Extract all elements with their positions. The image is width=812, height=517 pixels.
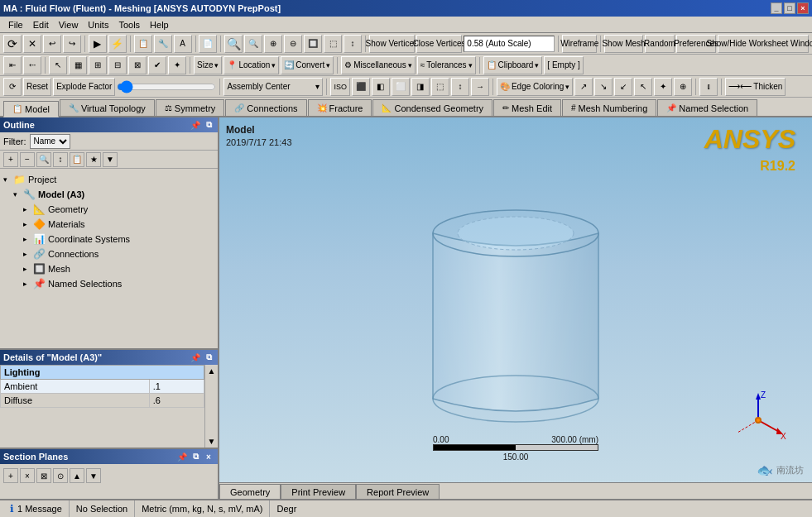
- named-sel-expand[interactable]: ▸: [23, 280, 33, 288]
- minimize-btn[interactable]: _: [771, 2, 782, 14]
- select-btn[interactable]: ▦: [69, 56, 87, 74]
- filter-select[interactable]: Name Type: [30, 134, 70, 149]
- outline-collapse-btn[interactable]: −: [20, 152, 35, 167]
- coloring-btn-6[interactable]: ⊕: [674, 78, 692, 96]
- tree-named-selections[interactable]: ▸ 📌 Named Selections: [3, 276, 214, 291]
- assembly-center-select[interactable]: Assembly Center ▾: [223, 78, 323, 96]
- icon-btn-8[interactable]: 🔧: [154, 35, 172, 53]
- show-mesh-btn[interactable]: Show Mesh: [604, 35, 643, 53]
- geometry-expand[interactable]: ▸: [23, 205, 33, 213]
- icon-btn-6[interactable]: ⚡: [108, 35, 127, 53]
- view-btn-5[interactable]: ⬚: [431, 78, 449, 96]
- view-btn-4[interactable]: ◨: [411, 78, 430, 96]
- coloring-btn-2[interactable]: ↘: [594, 78, 613, 96]
- menu-help[interactable]: Help: [145, 18, 174, 31]
- location-btn[interactable]: 📍 Location: [223, 56, 279, 74]
- mesh-expand[interactable]: ▸: [23, 265, 33, 273]
- coloring-btn-5[interactable]: ✦: [654, 78, 672, 96]
- empty-btn[interactable]: [ Empty ]: [544, 56, 583, 74]
- icon-btn-16[interactable]: ⬚: [324, 35, 342, 53]
- icon-btn-17[interactable]: ↕: [344, 35, 362, 53]
- icon-btn-14[interactable]: ⊖: [284, 35, 302, 53]
- show-vertices-btn[interactable]: Show Vertices: [369, 35, 415, 53]
- menu-tools[interactable]: Tools: [113, 18, 145, 31]
- thicken-btn[interactable]: ⟶⟵ Thicken: [725, 78, 786, 96]
- details-pin-btn[interactable]: 📌: [190, 352, 201, 363]
- view-btn-1[interactable]: ⬛: [352, 78, 370, 96]
- outline-copy-btn[interactable]: 📋: [70, 152, 84, 167]
- maximize-btn[interactable]: □: [784, 2, 795, 14]
- tab-geometry[interactable]: Geometry: [219, 484, 281, 499]
- section-planes-float-btn[interactable]: ⧉: [190, 451, 201, 462]
- icon-btn-10[interactable]: 📄: [199, 35, 217, 53]
- icon-btn-13[interactable]: ⊕: [264, 35, 282, 53]
- project-expand[interactable]: ▾: [3, 175, 13, 184]
- model-expand[interactable]: ▾: [13, 190, 23, 199]
- tab-condensed-geometry[interactable]: 📐 Condensed Geometry: [372, 99, 492, 116]
- coloring-btn-3[interactable]: ↙: [614, 78, 632, 96]
- reset-btn[interactable]: Reset: [23, 78, 51, 96]
- outline-expand-btn[interactable]: +: [3, 152, 18, 167]
- tab-model[interactable]: 📋 Model: [3, 101, 59, 117]
- icon-btn-9[interactable]: A: [174, 35, 192, 53]
- tree-geometry[interactable]: ▸ 📐 Geometry: [3, 202, 214, 217]
- size-btn[interactable]: Size: [194, 56, 222, 74]
- icon-btn-4[interactable]: ↪: [63, 35, 81, 53]
- convert-btn[interactable]: 🔄 Convert: [281, 56, 334, 74]
- menu-units[interactable]: Units: [83, 18, 113, 31]
- details-scroll-down[interactable]: ▼: [205, 435, 218, 448]
- section-up-btn[interactable]: ▲: [70, 468, 84, 483]
- icon-btn-11[interactable]: 🔍: [224, 35, 243, 53]
- tree-connections[interactable]: ▸ 🔗 Connections: [3, 247, 214, 261]
- icon-btn-5[interactable]: ▶: [89, 35, 107, 53]
- tree-mesh[interactable]: ▸ 🔲 Mesh: [3, 261, 214, 276]
- details-scroll-up[interactable]: ▲: [205, 365, 218, 377]
- tolerances-btn[interactable]: ≈ Tolerances: [417, 56, 476, 74]
- outline-sort-btn[interactable]: ↕: [53, 152, 68, 167]
- tab-named-selection[interactable]: 📌 Named Selection: [657, 99, 757, 116]
- btn-c[interactable]: ⊠: [128, 56, 147, 74]
- view-btn-2[interactable]: ◧: [372, 78, 390, 96]
- icon-btn-15[interactable]: 🔲: [304, 35, 322, 53]
- coloring-btn-1[interactable]: ↗: [574, 78, 593, 96]
- reset-icon-btn[interactable]: ⟳: [3, 78, 22, 96]
- view-btn-3[interactable]: ⬜: [392, 78, 410, 96]
- connections-expand[interactable]: ▸: [23, 250, 33, 258]
- icon-btn-7[interactable]: 📋: [134, 35, 152, 53]
- details-ambient-value[interactable]: .1: [149, 380, 204, 394]
- details-float-btn[interactable]: ⧉: [203, 352, 214, 363]
- tree-project[interactable]: ▾ 📁 Project: [3, 172, 214, 187]
- miscellaneous-btn[interactable]: ⚙ Miscellaneous: [341, 56, 415, 74]
- btn-e[interactable]: ✦: [168, 56, 186, 74]
- cursor-btn[interactable]: ↖: [49, 56, 67, 74]
- random-btn[interactable]: Random: [645, 35, 675, 53]
- coloring-btn-4[interactable]: ↖: [634, 78, 652, 96]
- thicken-icon-btn[interactable]: ⫾: [699, 78, 718, 96]
- clipboard-btn[interactable]: 📋 Clipboard: [483, 56, 543, 74]
- details-diffuse-value[interactable]: .6: [149, 394, 204, 408]
- tab-fracture[interactable]: 💥 Fracture: [308, 99, 372, 116]
- outline-float-btn[interactable]: ⧉: [203, 119, 214, 131]
- icon-btn-12[interactable]: 🔍: [244, 35, 262, 53]
- tree-materials[interactable]: ▸ 🔶 Materials: [3, 217, 214, 232]
- section-delete-all-btn[interactable]: ⊠: [36, 468, 51, 483]
- btn-b[interactable]: ⊟: [108, 56, 127, 74]
- tab-mesh-edit[interactable]: ✏ Mesh Edit: [493, 99, 561, 116]
- outline-star-btn[interactable]: ★: [86, 152, 101, 167]
- menu-file[interactable]: File: [3, 18, 28, 31]
- menu-edit[interactable]: Edit: [28, 18, 54, 31]
- section-sphere-btn[interactable]: ⊙: [53, 468, 68, 483]
- coord-expand[interactable]: ▸: [23, 235, 33, 243]
- outline-pin-btn[interactable]: 📌: [190, 119, 201, 131]
- section-planes-close-btn[interactable]: ×: [203, 451, 214, 462]
- nav-btn-2[interactable]: ⤎: [23, 56, 41, 74]
- btn-a[interactable]: ⊞: [89, 56, 107, 74]
- outline-order-btn[interactable]: ▼: [103, 152, 118, 167]
- auto-scale-input[interactable]: [464, 36, 555, 52]
- tab-mesh-numbering[interactable]: # Mesh Numbering: [562, 99, 656, 116]
- close-vertices-btn[interactable]: Close Vertices: [416, 35, 463, 53]
- icon-btn-3[interactable]: ↩: [43, 35, 61, 53]
- edge-coloring-btn[interactable]: 🎨 Edge Coloring: [497, 78, 573, 96]
- tab-report-preview[interactable]: Report Preview: [356, 484, 440, 499]
- materials-expand[interactable]: ▸: [23, 220, 33, 228]
